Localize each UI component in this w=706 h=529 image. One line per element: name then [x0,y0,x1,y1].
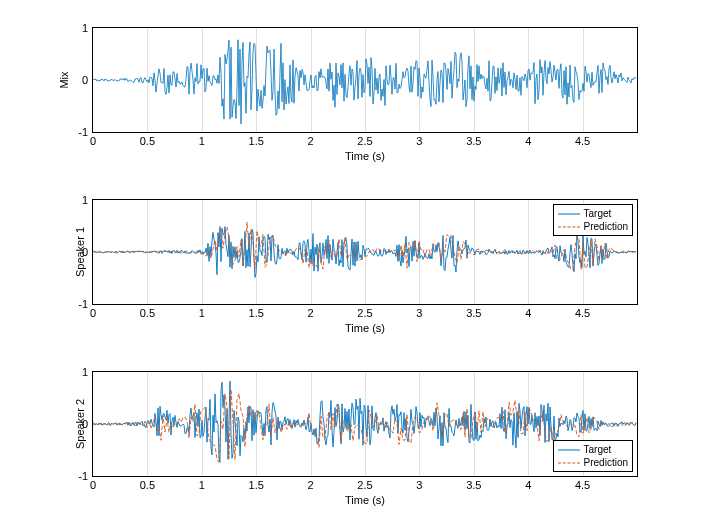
xtick-label: 0.5 [140,479,155,491]
xtick-label: 3 [416,307,422,319]
ytick-label: 1 [82,366,88,378]
ytick-label: 1 [82,194,88,206]
xtick-label: 2.5 [357,307,372,319]
ytick-label: 0 [82,418,88,430]
xlabel-mix: Time (s) [345,150,385,162]
xtick-label: 2.5 [357,135,372,147]
xtick-label: 4 [525,479,531,491]
xtick-label: 0 [90,135,96,147]
xtick-label: 1 [199,479,205,491]
xtick-label: 0 [90,307,96,319]
ytick-label: 1 [82,22,88,34]
figure: Mix Time (s) 00.511.522.533.544.5-101 Sp… [0,0,706,529]
waveform-svg [93,28,637,132]
subplot-speaker1: Speaker 1 Time (s) Target Prediction 00.… [92,199,638,305]
ytick-label: -1 [78,298,88,310]
xtick-label: 4 [525,135,531,147]
xtick-label: 4.5 [575,307,590,319]
xtick-label: 0 [90,479,96,491]
ytick-label: -1 [78,470,88,482]
xtick-label: 4.5 [575,135,590,147]
xtick-label: 3.5 [466,307,481,319]
xtick-label: 1 [199,135,205,147]
xtick-label: 0.5 [140,307,155,319]
ytick-label: 0 [82,246,88,258]
xtick-label: 2 [308,307,314,319]
legend-target-label: Target [584,207,612,220]
ytick-label: 0 [82,74,88,86]
xtick-label: 1.5 [249,479,264,491]
legend-prediction-label: Prediction [584,220,628,233]
legend-speaker1: Target Prediction [553,204,633,236]
xtick-label: 0.5 [140,135,155,147]
xtick-label: 2 [308,135,314,147]
subplot-speaker2: Speaker 2 Time (s) Target Prediction 00.… [92,371,638,477]
legend-target-label: Target [584,443,612,456]
xtick-label: 1.5 [249,307,264,319]
series-mix [93,40,636,124]
xtick-label: 1 [199,307,205,319]
ytick-label: -1 [78,126,88,138]
xlabel-speaker1: Time (s) [345,322,385,334]
legend-speaker2: Target Prediction [553,440,633,472]
subplot-mix: Mix Time (s) 00.511.522.533.544.5-101 [92,27,638,133]
ylabel-mix: Mix [58,71,70,88]
xtick-label: 3 [416,479,422,491]
xtick-label: 2 [308,479,314,491]
xtick-label: 3 [416,135,422,147]
xtick-label: 4.5 [575,479,590,491]
xtick-label: 1.5 [249,135,264,147]
xlabel-speaker2: Time (s) [345,494,385,506]
xtick-label: 2.5 [357,479,372,491]
xtick-label: 3.5 [466,135,481,147]
xtick-label: 3.5 [466,479,481,491]
legend-prediction-label: Prediction [584,456,628,469]
xtick-label: 4 [525,307,531,319]
